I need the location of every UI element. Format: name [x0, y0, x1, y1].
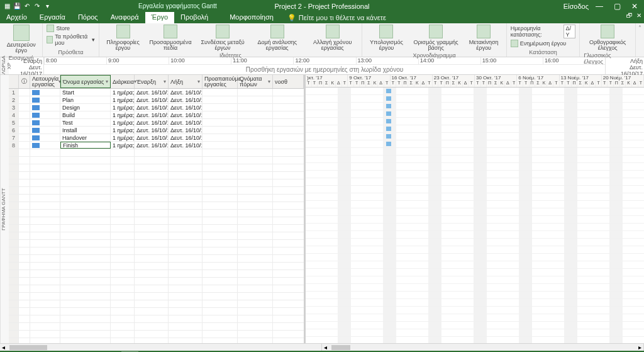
cell[interactable]	[135, 338, 169, 343]
cell[interactable]	[9, 187, 19, 194]
table-row[interactable]	[9, 195, 304, 202]
gantt-row[interactable]	[306, 88, 644, 95]
gantt-row[interactable]	[306, 178, 644, 186]
table-row[interactable]	[9, 240, 304, 247]
gantt-row[interactable]	[306, 231, 644, 239]
cell[interactable]	[169, 338, 203, 343]
cell[interactable]	[238, 255, 273, 262]
cell[interactable]	[135, 225, 169, 232]
store-button[interactable]: Store	[47, 25, 70, 32]
cell[interactable]	[169, 179, 203, 186]
gantt-row[interactable]	[306, 163, 644, 171]
cell[interactable]	[238, 172, 273, 179]
cell[interactable]	[203, 142, 238, 149]
cell[interactable]	[169, 202, 203, 209]
cell[interactable]	[60, 293, 111, 300]
gantt-bar[interactable]	[386, 134, 391, 139]
task-mode-header[interactable]: Λειτουργία εργασίας▾	[30, 75, 60, 88]
cell[interactable]	[111, 164, 135, 171]
gantt-row[interactable]	[306, 246, 644, 254]
task-name-header[interactable]: Όνομα εργασίας▾	[60, 75, 111, 88]
cell[interactable]	[60, 255, 111, 262]
gantt-row[interactable]	[306, 322, 644, 329]
wbs-button[interactable]: Δομή ανάλυσης εργασίας	[252, 25, 303, 52]
cell[interactable]	[19, 149, 30, 156]
cell[interactable]	[30, 255, 60, 262]
cell[interactable]	[111, 338, 135, 343]
cell[interactable]	[111, 149, 135, 156]
cell[interactable]: Finish	[60, 142, 111, 149]
cell[interactable]	[273, 164, 304, 171]
table-row[interactable]	[9, 179, 304, 187]
cell[interactable]	[111, 300, 135, 307]
cell[interactable]	[30, 263, 60, 270]
cell[interactable]	[135, 331, 169, 338]
cell[interactable]	[19, 247, 30, 254]
cell[interactable]	[238, 210, 273, 217]
gantt-chart[interactable]: )κτ. '179 Οκτ. '1716 Οκτ. '1723 Οκτ. '17…	[306, 75, 644, 343]
cell[interactable]	[30, 172, 60, 179]
cell[interactable]	[135, 164, 169, 171]
cell[interactable]	[273, 119, 304, 126]
cell[interactable]	[273, 157, 304, 164]
tell-me-search[interactable]: 💡 Πείτε μου τι θέλετε να κάνετε	[287, 12, 386, 23]
cell[interactable]	[273, 96, 304, 103]
table-row[interactable]: 5Test1 ημέρα;Δευτ. 16/10/17Δευτ. 16/10/1…	[9, 119, 304, 127]
cell[interactable]	[60, 225, 111, 232]
cell[interactable]	[19, 127, 30, 133]
cell[interactable]	[273, 127, 304, 133]
cell[interactable]	[60, 195, 111, 202]
cell[interactable]	[19, 278, 30, 285]
cell[interactable]: 1 ημέρα;	[111, 134, 135, 141]
cell[interactable]: Build	[60, 111, 111, 118]
cell[interactable]	[60, 300, 111, 307]
cell[interactable]: 3	[9, 104, 19, 111]
cell[interactable]	[9, 240, 19, 247]
cell[interactable]	[273, 142, 304, 149]
cell[interactable]	[9, 285, 19, 292]
cell[interactable]	[203, 187, 238, 194]
cell[interactable]	[19, 293, 30, 300]
cell[interactable]	[135, 195, 169, 202]
cell[interactable]	[238, 240, 273, 247]
cell[interactable]: 4	[9, 111, 19, 118]
cell[interactable]	[169, 300, 203, 307]
gantt-row[interactable]	[306, 292, 644, 299]
cell[interactable]	[203, 127, 238, 133]
cell[interactable]	[273, 331, 304, 338]
cell[interactable]	[135, 300, 169, 307]
cell[interactable]	[238, 157, 273, 164]
cell[interactable]	[135, 149, 169, 156]
cell[interactable]	[60, 217, 111, 224]
cell[interactable]	[30, 300, 60, 307]
cell[interactable]	[238, 315, 273, 322]
cell[interactable]	[111, 210, 135, 217]
cell[interactable]	[238, 142, 273, 149]
gantt-row[interactable]	[306, 103, 644, 110]
cell[interactable]	[169, 217, 203, 224]
cell[interactable]	[60, 149, 111, 156]
cell[interactable]	[238, 119, 273, 126]
cell[interactable]	[9, 331, 19, 338]
cell[interactable]	[135, 240, 169, 247]
table-row[interactable]	[9, 247, 304, 255]
cell[interactable]	[273, 195, 304, 202]
cell[interactable]	[111, 278, 135, 285]
cell[interactable]	[19, 240, 30, 247]
cell[interactable]	[30, 134, 60, 141]
cell[interactable]	[203, 315, 238, 322]
cell[interactable]: 1 ημέρα;	[111, 111, 135, 118]
custom-fields-button[interactable]: Προσαρμοσμένα πεδία	[147, 25, 194, 52]
cell[interactable]	[135, 255, 169, 262]
cell[interactable]	[169, 164, 203, 171]
cell[interactable]	[19, 172, 30, 179]
table-row[interactable]	[9, 300, 304, 308]
cell[interactable]: 6	[9, 127, 19, 133]
cell[interactable]	[203, 323, 238, 330]
gantt-row[interactable]	[306, 133, 644, 140]
cell[interactable]	[273, 179, 304, 186]
cell[interactable]	[30, 187, 60, 194]
gantt-bar[interactable]	[386, 96, 391, 101]
ribbon-close-icon[interactable]: ✕	[636, 12, 641, 23]
cell[interactable]	[169, 331, 203, 338]
